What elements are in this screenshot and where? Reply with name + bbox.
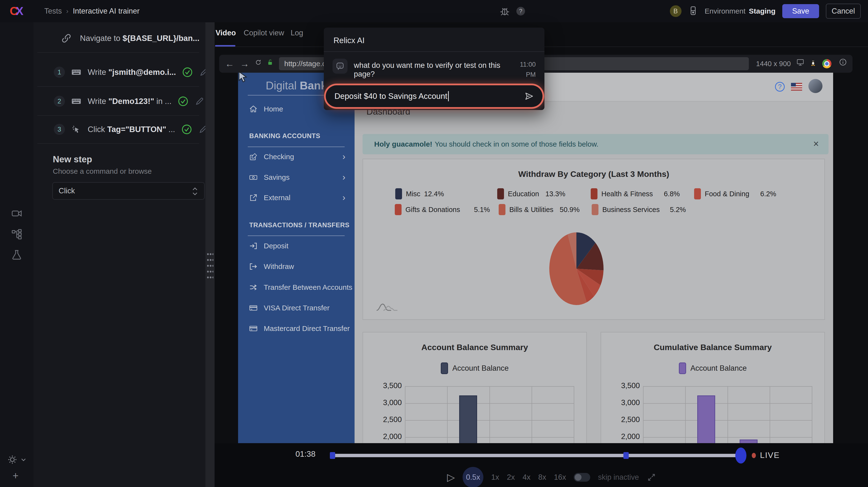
divider xyxy=(248,236,345,236)
flow-tree-icon[interactable] xyxy=(11,229,22,240)
legend-swatch xyxy=(591,188,597,200)
legend-label: Business Services xyxy=(602,206,660,214)
bank-nav-deposit[interactable]: Deposit xyxy=(238,239,354,253)
step-row-2[interactable]: 2 Write "Demo123!" in ... xyxy=(54,94,169,108)
chevron-down-icon[interactable] xyxy=(20,456,27,463)
play-button[interactable]: ▷ xyxy=(447,472,455,482)
bank-nav-external[interactable]: External › xyxy=(238,190,354,205)
user-avatar-badge[interactable]: B xyxy=(670,5,682,17)
legend-value: 13.3% xyxy=(546,188,565,200)
balance-bar xyxy=(740,439,757,443)
ai-prompt-input[interactable]: Deposit $40 to Savings Account xyxy=(326,85,542,107)
legend-swatch xyxy=(441,362,448,374)
breadcrumb-separator: › xyxy=(66,7,68,15)
legend-item: Misc xyxy=(395,188,421,200)
bank-nav-checking[interactable]: Checking › xyxy=(238,150,354,164)
bank-nav-visa-transfer[interactable]: VISA Direct Transfer xyxy=(238,301,354,315)
save-button[interactable]: Save xyxy=(782,4,819,18)
monitor-icon[interactable] xyxy=(797,59,804,68)
environment-label: Environment xyxy=(705,7,745,15)
gridline xyxy=(447,386,447,443)
flask-icon[interactable] xyxy=(11,249,22,260)
panel-resize-handle[interactable] xyxy=(206,22,215,487)
environment-selector[interactable]: Environment Staging xyxy=(705,7,775,15)
message-timestamp: 11:00PM xyxy=(514,60,536,80)
alert-text: You should check in on some of those fie… xyxy=(435,140,598,148)
ai-prompt-value: Deposit $40 to Savings Account xyxy=(335,92,447,101)
edit-square-icon xyxy=(249,153,257,161)
skip-inactive-toggle[interactable] xyxy=(574,473,590,482)
withdraw-category-card: Withdraw By Category (Last 3 Months) Mis… xyxy=(363,159,825,320)
new-step-title: New step xyxy=(53,154,92,164)
check-success-icon xyxy=(182,67,193,78)
cancel-button[interactable]: Cancel xyxy=(826,4,861,19)
browser-forward-button[interactable]: → xyxy=(240,59,249,68)
withdraw-category-pie xyxy=(549,231,604,306)
progress-marker[interactable] xyxy=(330,452,335,459)
speed-8x-button[interactable]: 8x xyxy=(538,473,547,482)
speed-1x-button[interactable]: 1x xyxy=(491,473,499,482)
bank-nav-mastercard-transfer[interactable]: Mastercard Direct Transfer xyxy=(238,321,354,336)
video-playback-frame[interactable]: Digital Bank Home BANKING ACCOUNTS Check… xyxy=(238,73,833,443)
chevron-right-icon: › xyxy=(342,152,345,161)
gear-icon[interactable] xyxy=(7,455,18,465)
add-icon[interactable]: + xyxy=(12,470,19,482)
legend-swatch xyxy=(499,204,505,215)
live-label[interactable]: LIVE xyxy=(760,450,780,460)
speed-0_5x-button[interactable]: 0.5x xyxy=(463,467,484,487)
app-logo[interactable]: CX xyxy=(10,4,23,18)
new-step-subtitle: Choose a command or browse xyxy=(53,167,152,175)
tab-copilot-view[interactable]: Copilot view xyxy=(244,29,284,37)
settings-control[interactable] xyxy=(7,455,27,465)
live-dot xyxy=(752,453,756,458)
breadcrumb-current: Interactive AI trainer xyxy=(73,7,140,16)
bar-chart-legend: Account Balance xyxy=(601,362,825,374)
divider xyxy=(37,115,199,116)
bank-nav-withdraw[interactable]: Withdraw xyxy=(238,259,354,274)
edit-pencil-icon[interactable] xyxy=(195,96,205,106)
browser-back-button[interactable]: ← xyxy=(225,59,234,68)
alert-close-icon[interactable]: × xyxy=(813,138,819,149)
info-icon[interactable] xyxy=(839,58,847,69)
bank-help-icon[interactable]: ? xyxy=(775,82,785,92)
browser-reload-icon[interactable] xyxy=(255,59,261,68)
progress-playhead[interactable] xyxy=(735,448,746,463)
credit-card-icon xyxy=(249,304,257,312)
legend-item: Business Services xyxy=(592,204,660,215)
playback-progress-bar[interactable] xyxy=(330,454,741,457)
legend-value: 50.9% xyxy=(560,204,580,215)
breadcrumb-tests[interactable]: Tests xyxy=(44,7,62,16)
speed-4x-button[interactable]: 4x xyxy=(523,473,531,482)
bank-nav-label: External xyxy=(264,193,290,202)
speed-2x-button[interactable]: 2x xyxy=(507,473,515,482)
help-icon[interactable]: ? xyxy=(516,6,526,17)
bank-user-avatar[interactable] xyxy=(808,79,823,93)
navigate-step[interactable]: Navigate to ${BASE_URL}/ban... xyxy=(61,31,199,45)
tab-log[interactable]: Log xyxy=(290,29,303,37)
us-flag-icon[interactable] xyxy=(791,83,802,91)
y-tick-label: 3,500 xyxy=(603,382,640,390)
progress-marker[interactable] xyxy=(623,452,629,459)
step-label: Write "jsmith@demo.i... xyxy=(88,68,176,77)
command-select[interactable]: Click xyxy=(52,182,205,200)
shuffle-icon xyxy=(249,283,257,292)
video-camera-icon[interactable] xyxy=(11,208,22,219)
step-row-1[interactable]: 1 Write "jsmith@demo.i... xyxy=(54,65,169,79)
keyboard-icon xyxy=(71,67,82,77)
bar-chart-title: Cumulative Balance Summary xyxy=(601,343,825,352)
gridline xyxy=(405,386,405,443)
send-icon[interactable] xyxy=(525,92,534,101)
breadcrumb: Tests › Interactive AI trainer xyxy=(44,0,140,22)
step-row-3[interactable]: 3 Click Tag="BUTTON" ... xyxy=(54,123,169,136)
bug-icon[interactable] xyxy=(499,6,510,17)
check-success-icon xyxy=(181,124,192,135)
tab-video[interactable]: Video xyxy=(216,29,236,37)
y-tick-label: 3,000 xyxy=(603,398,640,407)
bank-nav-savings[interactable]: Savings › xyxy=(238,170,354,185)
speed-16x-button[interactable]: 16x xyxy=(554,473,566,482)
step-number: 1 xyxy=(54,67,65,78)
gridline xyxy=(643,386,644,443)
fullscreen-icon[interactable] xyxy=(647,473,656,482)
bank-nav-label: Home xyxy=(264,105,283,113)
bank-nav-transfer[interactable]: Transfer Between Accounts xyxy=(238,280,354,295)
